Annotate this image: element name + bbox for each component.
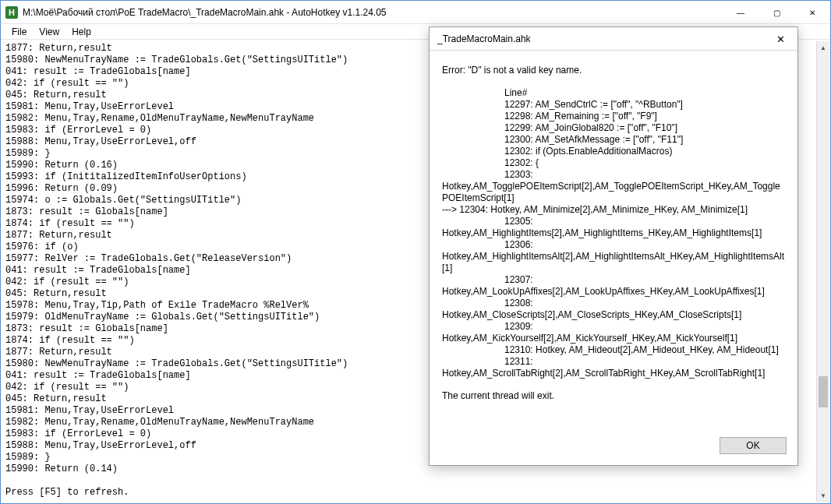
close-button[interactable]: ✕ — [794, 1, 830, 24]
scroll-up-arrow-icon[interactable]: ▲ — [817, 41, 829, 55]
dialog-code-lines: 12297: AM_SendCtrlC := ["off", "^RButton… — [442, 99, 785, 181]
menu-file[interactable]: File — [5, 25, 33, 39]
dialog-wrap-line: Hotkey,AM_CloseScripts[2],AM_CloseScript… — [442, 309, 785, 321]
dialog-code-line: 12298: AM_Remaining := ["off", "F9"] — [442, 111, 785, 122]
dialog-buttons: OK — [430, 429, 797, 465]
dialog-title: _TradeMacroMain.ahk — [437, 33, 531, 44]
scroll-down-arrow-icon[interactable]: ▼ — [817, 489, 829, 502]
dialog-code-line: 12305: — [442, 216, 785, 227]
dialog-wrap-line: Hotkey,AM_LookUpAffixes[2],AM_LookUpAffi… — [442, 286, 785, 298]
line-number-label: Line# — [442, 87, 785, 99]
dialog-wrap-line: Hotkey,AM_ScrollTabRight[2],AM_ScrollTab… — [442, 368, 785, 379]
dialog-code-line: 12300: AM_SetAfkMessage := ["off", "F11"… — [442, 134, 785, 146]
dialog-code-line: 12308: — [442, 298, 785, 309]
dialog-wrap-line: Hotkey,AM_HighlightItemsAlt[2],AM_Highli… — [442, 251, 785, 274]
dialog-code-line: 12302: { — [442, 157, 785, 169]
dialog-code-line: 12297: AM_SendCtrlC := ["off", "^RButton… — [442, 99, 785, 111]
ok-button[interactable]: OK — [720, 437, 787, 454]
error-header: Error: "D" is not a valid key name. — [442, 65, 785, 76]
dialog-wrap-line: Hotkey,AM_TogglePOEItemScript[2],AM_Togg… — [442, 181, 785, 204]
window-controls: — ▢ ✕ — [723, 1, 830, 23]
minimize-button[interactable]: — — [723, 1, 759, 24]
dialog-code-line: 12309: — [442, 321, 785, 333]
maximize-button[interactable]: ▢ — [759, 1, 794, 24]
dialog-close-button[interactable]: ✕ — [763, 27, 797, 51]
dialog-body: Error: "D" is not a valid key name. Line… — [430, 51, 797, 429]
dialog-code-line: 12299: AM_JoinGlobal820 := ["off", "F10"… — [442, 122, 785, 134]
error-dialog: _TradeMacroMain.ahk ✕ Error: "D" is not … — [429, 26, 798, 466]
window-title: M:\Моё\Рабочий стол\PoE TradeMacro\_Trad… — [23, 7, 723, 18]
dialog-titlebar[interactable]: _TradeMacroMain.ahk ✕ — [430, 27, 797, 51]
dialog-code-line: 12303: — [442, 169, 785, 181]
app-icon: H — [5, 6, 18, 19]
vertical-scrollbar[interactable]: ▲ ▼ — [816, 41, 829, 502]
dialog-exit-message: The current thread will exit. — [442, 390, 785, 402]
dialog-code-line: 12306: — [442, 239, 785, 251]
dialog-code-line: 12302: if (Opts.EnableAdditionalMacros) — [442, 146, 785, 157]
dialog-wrap-line: Hotkey,AM_HighlightItems[2],AM_Highlight… — [442, 227, 785, 239]
dialog-code-line: 12310: Hotkey, AM_Hideout[2],AM_Hideout_… — [442, 344, 785, 356]
dialog-wrap-line: Hotkey,AM_KickYourself[2],AM_KickYoursel… — [442, 333, 785, 344]
dialog-code-line: 12311: — [442, 356, 785, 368]
dialog-code-line: 12307: — [442, 274, 785, 286]
titlebar[interactable]: H M:\Моё\Рабочий стол\PoE TradeMacro\_Tr… — [1, 1, 830, 24]
scroll-thumb[interactable] — [819, 376, 828, 407]
menu-help[interactable]: Help — [65, 25, 97, 39]
dialog-arrow-line: ---> 12304: Hotkey, AM_Minimize[2],AM_Mi… — [442, 204, 785, 216]
menu-view[interactable]: View — [33, 25, 65, 39]
